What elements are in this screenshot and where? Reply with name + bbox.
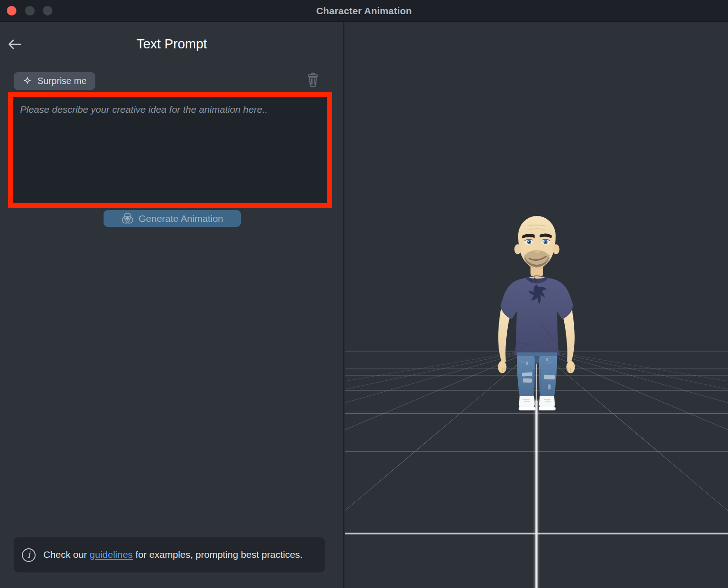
app-window: Character Animation Text Prompt Surprise…	[0, 0, 728, 588]
surprise-me-label: Surprise me	[37, 76, 87, 86]
page-title: Text Prompt	[0, 37, 343, 52]
trash-icon	[306, 72, 320, 88]
guidelines-info-text: Check our guidelines for examples, promp…	[43, 549, 302, 561]
close-button[interactable]	[7, 6, 16, 16]
generate-animation-label: Generate Animation	[139, 213, 224, 224]
3d-viewport[interactable]	[345, 22, 728, 588]
info-text-suffix: for examples, prompting best practices.	[133, 549, 302, 560]
zoom-button[interactable]	[43, 6, 52, 16]
titlebar: Character Animation	[0, 0, 728, 22]
3d-scene	[345, 22, 728, 588]
info-text-prefix: Check our	[43, 549, 90, 560]
generate-animation-button[interactable]: Generate Animation	[104, 210, 241, 227]
guidelines-info-box: i Check our guidelines for examples, pro…	[14, 537, 325, 572]
delete-prompt-button[interactable]	[305, 71, 321, 89]
prompt-panel: Text Prompt Surprise me	[0, 22, 344, 588]
window-title: Character Animation	[316, 5, 412, 16]
guidelines-link[interactable]: guidelines	[90, 549, 133, 560]
annotation-highlight	[8, 92, 332, 208]
info-icon: i	[22, 548, 36, 562]
surprise-me-button[interactable]: Surprise me	[14, 72, 95, 90]
minimize-button[interactable]	[25, 6, 35, 16]
sparkle-icon	[22, 76, 32, 86]
orbit-sparkle-icon	[121, 212, 134, 225]
prompt-input[interactable]	[13, 97, 327, 203]
